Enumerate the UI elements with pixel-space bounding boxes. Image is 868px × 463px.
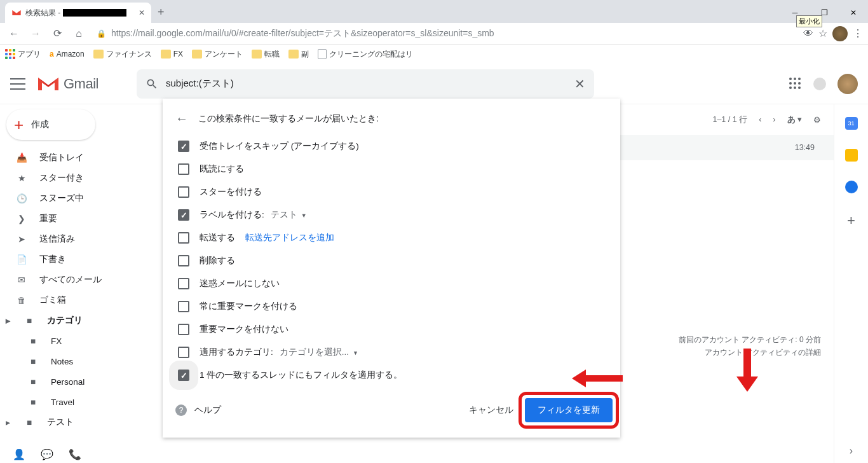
apps-shortcut[interactable]: アプリ [5, 49, 41, 60]
filter-option-label: 転送する [200, 232, 235, 244]
folder-icon [192, 50, 202, 59]
filter-checkbox[interactable] [178, 209, 189, 221]
sidebar-item[interactable]: 🗑ゴミ箱 [0, 290, 163, 310]
help-label[interactable]: ヘルプ [194, 404, 221, 416]
sidebar-item[interactable]: ■Personal [0, 371, 163, 392]
search-box[interactable]: ✕ [137, 69, 594, 99]
nav-back-button[interactable]: ← [5, 25, 23, 43]
phone-icon[interactable]: 📞 [69, 448, 81, 460]
prev-page-button[interactable]: ‹ [759, 115, 761, 124]
hangouts-icon[interactable]: 💬 [41, 448, 53, 460]
tab-title-prefix: 検索結果 - [25, 8, 60, 18]
filter-checkbox[interactable] [178, 324, 189, 335]
sidebar-item[interactable]: 📄下書き [0, 249, 163, 270]
filter-option-row: 適用するカテゴリ:カテゴリを選択...▼ [175, 341, 613, 364]
sidebar-item-icon: 📥 [15, 153, 28, 163]
tasks-addon-icon[interactable] [845, 181, 858, 193]
keep-addon-icon[interactable] [845, 149, 858, 162]
calendar-addon-icon[interactable]: 31 [845, 117, 858, 130]
sidebar-item[interactable]: 📥受信トレイ [0, 148, 163, 168]
filter-checkbox[interactable] [178, 141, 189, 152]
bookmark-label: アンケート [205, 49, 243, 60]
sidebar-item-label: テスト [47, 417, 74, 428]
new-tab-button[interactable]: + [158, 6, 165, 23]
notifications-button[interactable] [813, 78, 826, 90]
help-icon[interactable]: ? [175, 404, 187, 416]
bookmark-side[interactable]: 副 [288, 49, 309, 60]
bookmarks-bar: アプリ aAmazon ファイナンス FX アンケート 転職 副 クリーニングの… [0, 45, 868, 64]
sidebar-item[interactable]: ▸■カテゴリ [0, 310, 163, 331]
sidebar-item[interactable]: ➤送信済み [0, 229, 163, 249]
google-apps-button[interactable] [789, 78, 802, 90]
tab-close-icon[interactable]: ✕ [139, 8, 145, 17]
filter-checkbox[interactable] [178, 347, 189, 358]
search-clear-button[interactable]: ✕ [574, 76, 585, 92]
file-icon [318, 49, 327, 59]
search-icon [146, 78, 158, 90]
input-method-button[interactable]: あ ▾ [787, 114, 802, 125]
sidebar-item-icon: ■ [27, 357, 39, 366]
sidebar-item[interactable]: ❯重要 [0, 209, 163, 229]
sidebar-item-icon: ➤ [15, 234, 28, 244]
forwarding-address-link[interactable]: 転送先アドレスを追加 [245, 232, 334, 244]
bookmark-survey[interactable]: アンケート [192, 49, 243, 60]
update-filter-button[interactable]: フィルタを更新 [525, 398, 613, 422]
sidebar-item[interactable]: 🕒スヌーズ中 [0, 188, 163, 209]
filter-checkbox[interactable] [178, 232, 189, 244]
main-menu-button[interactable] [10, 78, 25, 90]
nav-home-button[interactable]: ⌂ [70, 25, 88, 43]
profile-avatar-small[interactable] [832, 26, 848, 41]
url-field[interactable]: 🔒 https://mail.google.com/mail/u/0/#crea… [92, 28, 799, 39]
filter-option-row: 1 件の一致するスレッドにもフィルタを適用する。 [175, 364, 613, 387]
gmail-m-icon [37, 75, 60, 93]
bookmark-finance[interactable]: ファイナンス [93, 49, 152, 60]
filter-option-label: 既読にする [200, 163, 244, 175]
filter-checkbox[interactable] [178, 186, 189, 198]
nav-forward-button[interactable]: → [27, 25, 44, 43]
next-page-button[interactable]: › [773, 115, 775, 124]
filter-back-button[interactable]: ← [175, 111, 188, 126]
gmail-logo[interactable]: Gmail [37, 75, 98, 93]
sidebar-item[interactable]: ▸■テスト [0, 412, 163, 432]
filter-checkbox[interactable] [178, 370, 189, 381]
nav-reload-button[interactable]: ⟳ [48, 25, 66, 43]
sidebar-item[interactable]: ■Notes [0, 351, 163, 371]
mail-time: 13:49 [795, 143, 815, 152]
compose-button[interactable]: + 作成 [6, 109, 95, 140]
sidebar-item-icon: ✉ [15, 275, 28, 285]
sidebar-item[interactable]: ✉すべてのメール [0, 270, 163, 290]
filter-dropdown[interactable]: カテゴリを選択...▼ [280, 347, 358, 358]
folder-icon [288, 50, 299, 59]
side-panel-toggle[interactable]: › [850, 445, 853, 457]
filter-checkbox[interactable] [178, 255, 189, 266]
filter-checkbox[interactable] [178, 163, 189, 175]
sidebar-item[interactable]: ■FX [0, 331, 163, 351]
bookmark-cleaning[interactable]: クリーニングの宅配はリ [318, 49, 413, 60]
filter-checkbox[interactable] [178, 301, 189, 312]
browser-menu-icon[interactable]: ⋮ [853, 27, 863, 39]
cancel-button[interactable]: キャンセル [469, 404, 513, 416]
bookmark-amazon[interactable]: aAmazon [50, 50, 85, 59]
search-input[interactable] [166, 78, 574, 89]
bookmark-fx[interactable]: FX [161, 50, 183, 59]
bookmark-label: ファイナンス [106, 49, 152, 60]
bookmark-star-icon[interactable]: ☆ [818, 27, 827, 39]
sidebar-item[interactable]: ■Travel [0, 392, 163, 412]
settings-gear-icon[interactable]: ⚙ [813, 115, 821, 125]
browser-tab[interactable]: 検索結果 - ✕ [5, 3, 151, 23]
compose-plus-icon: + [14, 115, 24, 135]
folder-icon [93, 50, 104, 59]
add-addon-button[interactable]: + [847, 212, 855, 229]
person-icon[interactable]: 👤 [13, 448, 25, 460]
filter-checkbox[interactable] [178, 278, 189, 289]
create-filter-panel: ← この検索条件に一致するメールが届いたとき: 受信トレイをスキップ (アーカイ… [163, 99, 620, 438]
sidebar-item-label: スター付き [39, 172, 84, 184]
account-avatar[interactable] [837, 74, 858, 94]
window-close-button[interactable]: ✕ [839, 3, 868, 23]
filter-dropdown[interactable]: テスト▼ [271, 209, 307, 221]
sidebar-item[interactable]: ★スター付き [0, 168, 163, 188]
extension-eye-icon[interactable]: 👁 [803, 28, 813, 39]
sidebar-item-label: すべてのメール [39, 274, 102, 286]
update-filter-label: フィルタを更新 [538, 404, 600, 415]
bookmark-jobchange[interactable]: 転職 [252, 49, 280, 60]
